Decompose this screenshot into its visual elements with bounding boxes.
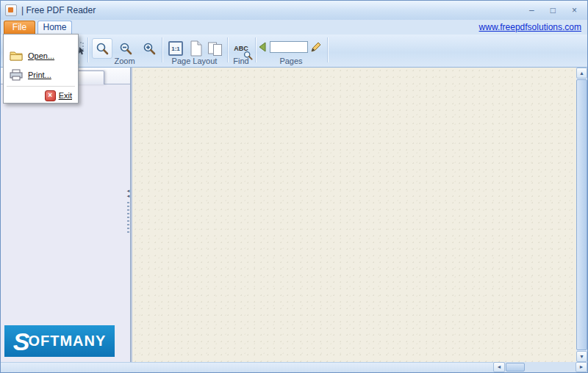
menu-item-print[interactable]: Print... (4, 65, 78, 84)
menu-open-label: Open... (28, 51, 54, 60)
document-canvas (132, 68, 576, 362)
page-number-input[interactable] (270, 41, 308, 53)
zoom-button[interactable] (92, 38, 112, 59)
bottom-bar: ◄ ► (1, 362, 587, 372)
menu-separator (7, 86, 75, 87)
group-label-pages: Pages (255, 57, 327, 65)
app-window: | Free PDF Reader – □ × www.freepdfsolut… (0, 0, 588, 373)
exit-icon: × (45, 90, 56, 101)
zoom-out-icon (119, 42, 132, 55)
minimize-icon[interactable]: – (529, 6, 534, 15)
tab-file[interactable]: File (4, 21, 35, 35)
thumbnails-panel: Thumbnails S OFTMANY (1, 68, 130, 362)
horizontal-scroll-thumb[interactable] (506, 363, 525, 372)
open-folder-icon (10, 51, 23, 61)
scroll-left-icon[interactable]: ◄ (493, 362, 505, 372)
menu-item-open[interactable]: Open... (4, 46, 78, 65)
pencil-icon (310, 41, 322, 53)
scroll-up-icon[interactable]: ▲ (576, 68, 587, 79)
group-label-page-layout: Page Layout (162, 57, 227, 65)
magnifier-icon (96, 42, 109, 55)
collapse-left-icon: ◄ (126, 194, 131, 199)
horizontal-scrollbar[interactable]: ◄ ► (493, 362, 587, 372)
ribbon: Selection Zoom (1, 35, 587, 68)
group-separator (327, 37, 328, 62)
app-icon[interactable] (5, 4, 17, 16)
window-title: | Free PDF Reader (21, 1, 96, 20)
file-menu: Open... Print... × Exit (3, 34, 79, 104)
logo-text: OFTMANY (28, 333, 106, 350)
single-page-button[interactable] (186, 38, 207, 59)
menu-item-exit[interactable]: × Exit (4, 88, 78, 103)
collapse-left-icon: ◄ (126, 189, 131, 194)
close-icon[interactable]: × (572, 6, 577, 15)
two-pages-icon (207, 40, 223, 57)
splitter-grip-dots (127, 202, 129, 233)
printer-icon (10, 69, 23, 81)
website-link[interactable]: www.freepdfsolutions.com (479, 22, 581, 32)
logo-letter-s: S (13, 329, 30, 354)
menu-print-label: Print... (28, 70, 51, 79)
group-label-zoom: Zoom (87, 57, 162, 65)
maximize-icon[interactable]: □ (551, 6, 556, 15)
go-to-page-button[interactable] (309, 40, 323, 54)
tab-home[interactable]: Home (37, 21, 72, 35)
actual-size-icon: 1:1 (168, 41, 183, 56)
splitter-collapse-handle[interactable]: ◄ ◄ (125, 189, 132, 243)
scroll-down-icon[interactable]: ▼ (576, 351, 587, 362)
previous-page-icon (257, 41, 269, 53)
continuous-pages-button[interactable] (205, 38, 226, 59)
window-controls: – □ × (529, 1, 577, 20)
previous-page-button[interactable] (256, 40, 270, 54)
title-bar: | Free PDF Reader – □ × (1, 1, 587, 20)
zoom-in-icon (143, 42, 156, 55)
vertical-scroll-thumb[interactable] (576, 79, 587, 350)
group-label-find: Find (227, 57, 255, 65)
menu-exit-label: Exit (59, 91, 72, 100)
zoom-out-button[interactable] (115, 38, 136, 59)
actual-size-button[interactable]: 1:1 (165, 38, 186, 59)
vertical-scrollbar[interactable]: ▲ ▼ (576, 68, 587, 362)
scroll-right-icon[interactable]: ► (576, 362, 587, 372)
single-page-icon (190, 40, 203, 57)
softmany-logo: S OFTMANY (4, 325, 115, 357)
zoom-in-button[interactable] (139, 38, 159, 59)
